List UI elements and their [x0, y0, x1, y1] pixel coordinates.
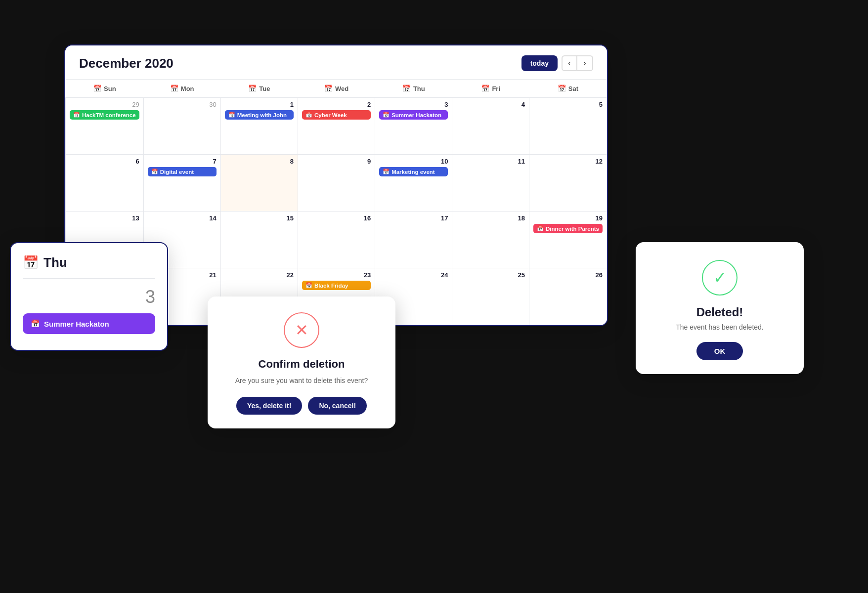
day-cell[interactable]: 10📅Marketing event [375, 155, 452, 212]
day-cell[interactable]: 29📅HackTM conference [66, 98, 144, 155]
calendar-icon: 📅 [248, 85, 257, 92]
day-number: 12 [533, 158, 603, 165]
event-chip[interactable]: 📅Marketing event [379, 167, 448, 176]
day-number: 1 [225, 101, 294, 108]
calendar-icon: 📅 [324, 85, 333, 92]
day-number: 4 [456, 101, 525, 108]
calendar-header: December 2020 today ‹ › [65, 45, 607, 79]
col-wed: 📅Wed [298, 80, 375, 98]
column-headers: 📅Sun 📅Mon 📅Tue 📅Wed 📅Thu 📅Fri 📅Sat [66, 80, 607, 98]
day-cell[interactable]: 12 [529, 155, 607, 212]
day-cell[interactable]: 16 [298, 212, 375, 268]
event-icon: 📅 [537, 225, 544, 232]
calendar-icon: 📅 [558, 85, 566, 92]
calendar-icon: 📅 [481, 85, 489, 92]
day-number: 19 [533, 214, 603, 222]
event-chip[interactable]: 📅Dinner with Parents [533, 224, 603, 233]
deleted-dialog: ✓ Deleted! The event has been deleted. O… [636, 242, 804, 374]
day-cell[interactable]: 18 [452, 212, 529, 268]
day-cell[interactable]: 4 [452, 98, 529, 155]
event-icon: 📅 [305, 282, 312, 289]
event-chip[interactable]: 📅Black Friday [302, 281, 371, 290]
confirm-buttons: Yes, delete it! No, cancel! [223, 397, 380, 415]
calendar-title: December 2020 [79, 56, 174, 71]
day-cell[interactable]: 8 [220, 155, 298, 212]
confirm-title: Confirm deletion [223, 358, 380, 371]
day-cell[interactable]: 30 [143, 98, 220, 155]
day-cell[interactable]: 9 [298, 155, 375, 212]
calendar-nav: today ‹ › [521, 55, 593, 71]
confirm-dialog: ✕ Confirm deletion Are you sure you want… [208, 296, 395, 428]
day-number: 23 [302, 271, 371, 279]
day-cell[interactable]: 6 [66, 155, 144, 212]
day-cell[interactable]: 17 [375, 212, 452, 268]
day-cell[interactable]: 5 [529, 98, 607, 155]
today-button[interactable]: today [521, 55, 558, 71]
thu-event-chip[interactable]: 📅 Summer Hackaton [23, 313, 155, 334]
confirm-message: Are you sure you want to delete this eve… [223, 376, 380, 386]
thu-day-number: 3 [23, 287, 155, 307]
day-number: 3 [379, 101, 448, 108]
day-cell[interactable]: 25 [452, 268, 529, 325]
day-cell[interactable]: 3📅Summer Hackaton [375, 98, 452, 155]
day-cell[interactable]: 1📅Meeting with John [220, 98, 298, 155]
next-button[interactable]: › [577, 55, 593, 71]
ok-button[interactable]: OK [696, 342, 743, 360]
day-number: 25 [456, 271, 525, 279]
day-cell[interactable]: 19📅Dinner with Parents [529, 212, 607, 268]
day-number: 9 [302, 158, 371, 165]
day-cell[interactable]: 26 [529, 268, 607, 325]
day-number: 30 [148, 101, 217, 108]
deleted-message: The event has been deleted. [651, 323, 788, 331]
day-cell[interactable]: 11 [452, 155, 529, 212]
event-label: HackTM conference [82, 112, 136, 118]
event-chip[interactable]: 📅Summer Hackaton [379, 110, 448, 120]
day-number: 7 [148, 158, 217, 165]
calendar-icon: 📅 [93, 85, 101, 92]
day-number: 13 [70, 214, 139, 222]
event-icon: 📅 [383, 169, 390, 175]
deleted-icon-circle: ✓ [702, 260, 738, 296]
event-label: Digital event [160, 169, 194, 175]
col-tue: 📅Tue [220, 80, 298, 98]
thu-detail-card: 📅 Thu 3 📅 Summer Hackaton [10, 242, 168, 351]
event-icon: 📅 [383, 112, 390, 118]
close-icon: ✕ [295, 322, 308, 338]
day-number: 16 [302, 214, 371, 222]
day-number: 2 [302, 101, 371, 108]
event-chip[interactable]: 📅Cyber Week [302, 110, 371, 120]
confirm-icon-circle: ✕ [284, 312, 319, 348]
day-cell[interactable]: 2📅Cyber Week [298, 98, 375, 155]
day-number: 17 [379, 214, 448, 222]
day-number: 29 [70, 101, 139, 108]
day-cell[interactable]: 7📅Digital event [143, 155, 220, 212]
event-label: Black Friday [314, 283, 348, 289]
event-label: Dinner with Parents [546, 226, 599, 232]
event-chip[interactable]: 📅HackTM conference [70, 110, 139, 120]
day-number: 8 [225, 158, 294, 165]
event-icon: 📅 [228, 112, 235, 118]
event-label: Meeting with John [237, 112, 287, 118]
thu-event-label: Summer Hackaton [44, 320, 109, 328]
day-number: 6 [70, 158, 139, 165]
yes-delete-button[interactable]: Yes, delete it! [236, 397, 302, 415]
event-icon: 📅 [305, 112, 312, 118]
no-cancel-button[interactable]: No, cancel! [308, 397, 367, 415]
nav-arrows: ‹ › [562, 55, 593, 71]
day-number: 24 [379, 271, 448, 279]
col-thu: 📅Thu [375, 80, 452, 98]
col-mon: 📅Mon [143, 80, 220, 98]
col-sat: 📅Sat [529, 80, 607, 98]
thu-card-header: 📅 Thu [23, 255, 155, 279]
day-number: 10 [379, 158, 448, 165]
event-chip[interactable]: 📅Digital event [148, 167, 217, 176]
event-chip[interactable]: 📅Meeting with John [225, 110, 294, 120]
calendar-icon: 📅 [170, 85, 178, 92]
calendar-icon: 📅 [402, 85, 411, 92]
calendar-week-row: 29📅HackTM conference301📅Meeting with Joh… [66, 98, 607, 155]
day-cell[interactable]: 15 [220, 212, 298, 268]
calendar-week-row: 67📅Digital event8910📅Marketing event1112 [66, 155, 607, 212]
col-sun: 📅Sun [66, 80, 144, 98]
event-label: Marketing event [391, 169, 435, 175]
prev-button[interactable]: ‹ [562, 55, 577, 71]
